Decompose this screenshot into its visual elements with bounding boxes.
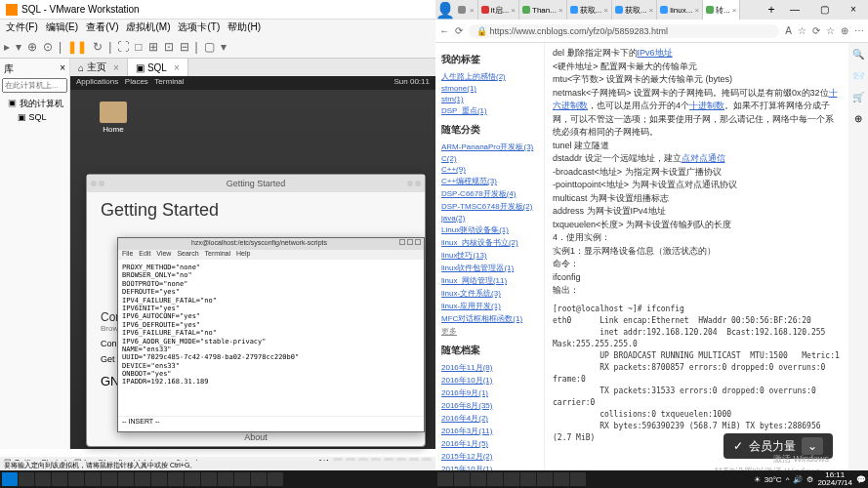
sidebar-link[interactable]: stm(1) (441, 94, 538, 104)
browser-tab[interactable]: × (455, 0, 478, 20)
home-folder-icon[interactable]: Home (100, 102, 127, 134)
terminal-content[interactable]: PROXY_METHOD="none" BROWSER_ONLY="no" BO… (118, 260, 424, 416)
pause-icon[interactable]: ❚❚ (67, 40, 87, 54)
minimize-button[interactable]: — (780, 0, 809, 20)
browser-tab[interactable]: linux...× (657, 0, 703, 20)
article-content: del 删除指定网卡下的IPv6地址 <硬件地址> 配置网卡最大的传输单元 mt… (545, 43, 848, 488)
taskbar-item[interactable] (52, 472, 67, 486)
sidebar-link[interactable]: linux技巧(13) (441, 249, 538, 262)
blog-sidebar: 我的标签 人生路上的感悟(2)stmone(1)stm(1)DSP_重点(1) … (435, 43, 545, 488)
new-tab-button[interactable]: + (763, 3, 780, 17)
tab-sql[interactable]: ▣ SQL× (128, 59, 188, 76)
back-button[interactable]: ← (439, 25, 449, 36)
svg-rect-0 (6, 4, 18, 16)
menu-icon[interactable]: ⋯ (854, 25, 864, 36)
tool-icon[interactable]: ⊕ (851, 113, 865, 127)
terminal-window[interactable]: hzx@localhost:/etc/sysconfig/network-scr… (117, 237, 425, 432)
read-icon[interactable]: A (785, 25, 792, 36)
taskbar-item[interactable] (168, 472, 184, 486)
browser-tab[interactable]: it启...× (478, 0, 519, 20)
refresh-button[interactable]: ⟳ (455, 25, 463, 36)
taskbar-item[interactable] (234, 472, 250, 486)
maximize-button[interactable]: ▢ (809, 0, 839, 20)
sidebar-link[interactable]: ARM-PananaPro开发板(3) (441, 141, 538, 153)
vmware-hint: 要将输入定向到该虚拟机，请将鼠标指针移入其中或按 Ctrl+G。 (0, 461, 435, 470)
taskbar-item[interactable] (118, 472, 134, 486)
windows-taskbar[interactable] (0, 470, 435, 488)
sidebar-link[interactable]: MFC对话框相框函数(1) (441, 312, 538, 325)
tree-vm[interactable]: ▣ SQL (4, 111, 65, 123)
start-button[interactable] (2, 472, 18, 486)
tab-home[interactable]: ⌂ 主页× (70, 59, 128, 76)
sidebar-link[interactable]: 2016年9月(1) (441, 386, 538, 399)
browser-tab[interactable]: Than...× (519, 0, 567, 20)
profile-icon[interactable]: 👤 (435, 1, 455, 20)
taskbar-item[interactable] (135, 472, 150, 486)
sidebar-link[interactable]: linux-应用开发(1) (441, 300, 538, 312)
taskbar-item[interactable] (19, 472, 34, 486)
close-button[interactable]: × (839, 0, 868, 20)
sidebar-link[interactable]: linux软件包管理器(1) (441, 262, 538, 274)
taskbar-item[interactable] (68, 472, 84, 486)
browser-tab[interactable]: 获取...× (612, 0, 657, 20)
taskbar-item[interactable] (251, 472, 267, 486)
sidebar-link[interactable]: Linux驱动设备集(1) (441, 224, 538, 236)
sidebar-link[interactable]: DSP-TMSC6748开发板(2) (441, 200, 538, 213)
sidebar-link[interactable]: 2016年1月(5) (441, 437, 538, 450)
collections-icon[interactable]: ⊕ (841, 25, 848, 36)
sidebar-link[interactable]: 2015年12月(2) (441, 450, 538, 463)
sidebar-link[interactable]: java(2) (441, 213, 538, 224)
sidebar-link[interactable]: 2016年8月(35) (441, 399, 538, 412)
tool-icon[interactable]: 🛒 (851, 92, 865, 105)
taskbar-item[interactable] (218, 472, 233, 486)
taskbar-item[interactable] (102, 472, 117, 486)
taskbar-item[interactable] (35, 472, 51, 486)
sidebar-link[interactable]: stmone(1) (441, 83, 538, 94)
tool-icon[interactable]: 📨 (851, 70, 865, 84)
taskbar-item[interactable] (268, 472, 283, 486)
sidebar-link[interactable]: linux-文件系统(3) (441, 287, 538, 300)
browser-tab[interactable]: 获取...× (567, 0, 612, 20)
sidebar-link[interactable]: linux_内核设备书立(2) (441, 236, 538, 249)
tree-root[interactable]: ▣ 我的计算机 (4, 97, 65, 111)
vmware-titlebar: SQL - VMware Workstation (0, 0, 435, 20)
close-icon[interactable]: × (60, 62, 65, 76)
star-icon[interactable]: ☆ (798, 25, 806, 36)
sidebar-link[interactable]: 2016年4月(2) (441, 412, 538, 425)
gs-heading: Getting Started (101, 200, 411, 221)
windows-taskbar-right[interactable]: ☀30°C ^🔊⚙ 16:112024/7/14 💬 (435, 470, 868, 488)
vmware-sidebar: 库× ▣ 我的计算机 ▣ SQL (0, 59, 70, 449)
browser-tab[interactable]: 转...× (703, 0, 740, 20)
sidebar-link[interactable]: 人生路上的感悟(2) (441, 70, 538, 83)
taskbar-item[interactable] (201, 472, 217, 486)
guest-desktop[interactable]: Applications Places Terminal Sun 00:11 H… (70, 76, 435, 449)
sidebar-link[interactable]: 2016年11月(8) (441, 361, 538, 374)
sidebar-link[interactable]: 2016年3月(11) (441, 425, 538, 437)
taskbar-item[interactable] (185, 472, 200, 486)
vmware-menubar[interactable]: 文件(F)编辑(E)查看(V)虚拟机(M)选项卡(T)帮助(H) (0, 20, 435, 35)
fav-icon[interactable]: ☆ (826, 25, 835, 36)
sidebar-link[interactable]: 更多 (441, 325, 538, 338)
sidebar-link[interactable]: DSP-C6678开发板(4) (441, 187, 538, 200)
sidebar-link[interactable]: C(2) (441, 153, 538, 164)
taskbar-item[interactable] (85, 472, 101, 486)
search-input[interactable] (2, 78, 67, 93)
browser-tabs[interactable]: ×it启...×Than...×获取...×获取...×linux...×转..… (455, 0, 763, 20)
tool-icon[interactable]: 🔍 (851, 49, 865, 62)
taskbar-item[interactable] (151, 472, 167, 486)
address-bar[interactable]: 🔒 https://www.cnblogs.com/yfz0/p/5859283… (469, 24, 779, 38)
sync-icon[interactable]: ⟳ (812, 25, 820, 36)
sidebar-link[interactable]: C++(9) (441, 164, 538, 175)
edge-sidebar-tools[interactable]: 🔍 📨 🛒 ⊕ (848, 43, 868, 488)
vmware-toolbar[interactable]: ▸▾⊕⊙| ❚❚ ↻|⛶□⊞⊡⊟|▢▾ (0, 35, 435, 59)
sidebar-link[interactable]: 2016年10月(1) (441, 374, 538, 386)
sidebar-link[interactable]: DSP_重点(1) (441, 104, 538, 117)
sidebar-link[interactable]: linux_网络管理(11) (441, 274, 538, 287)
library-icon: 库 (4, 62, 14, 76)
sidebar-link[interactable]: C++编程规范(3) (441, 175, 538, 187)
